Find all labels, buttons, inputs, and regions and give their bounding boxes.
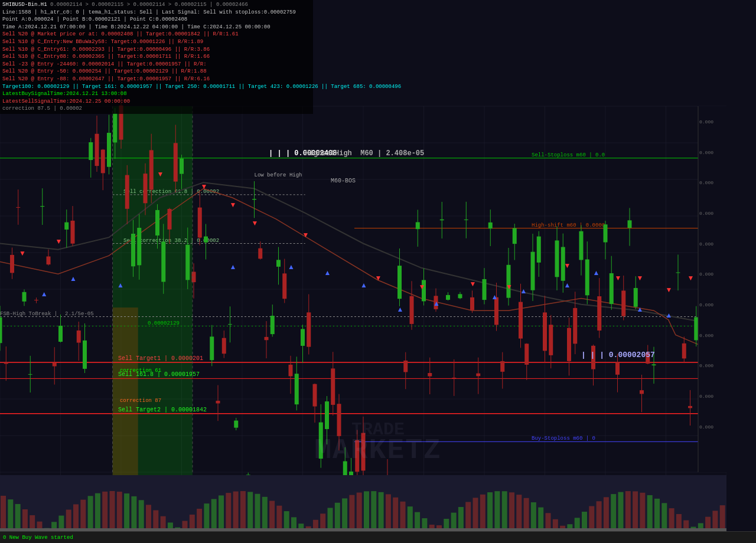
targets: Target100: 0.00002129 || Target 161: 0.0… [2,83,311,91]
header-points: Point A:0.000024 | Point B:0.00002121 | … [2,16,311,24]
chart-container: SHIBUSD-Bin.H1 0.00002114 > 0.00002115 >… [0,0,756,543]
correction-87: correction 87.5 | 0.00002 [2,105,311,113]
buy-signal-time: LatestBuySignalTime:2024.12.21 13:00:08 [2,90,311,98]
status-message: 0 New Buy Wave started [3,535,73,541]
header-line: Line:1588 | h1_atr_c0: 0 | tema_h1_statu… [2,9,311,17]
sell-10-c88: Sell %10 @ C_Entry88: 0.00002365 || Targ… [2,53,311,61]
sell-23: Sell -23 @ Entry -24460: 0.00002014 || T… [2,61,311,68]
sell-20-market: Sell %20 @ Market price or at: 0.0000240… [2,31,311,38]
header-times: Time A:2024.12.21 07:00:00 | Time B:2024… [2,24,311,31]
sell-88: Sell %20 @ Entry -88: 0.00002647 || Targ… [2,76,311,83]
sell-20-50: Sell %20 @ Entry -50: 0.0000254 || Targe… [2,68,311,76]
header-symbol: SHIBUSD-Bin.H1 0.00002114 > 0.00002115 >… [2,1,311,9]
sell-10-entry: Sell %10 @ C_Entry:New BBuWa2y58: Target… [2,38,311,46]
sell-signal-time: LatestSellSignalTime:2024.12.25 00:00:00 [2,98,311,106]
status-bar: 0 New Buy Wave started [0,531,756,543]
sell-10-c61: Sell %10 @ C_Entry61: 0.00002293 || Targ… [2,46,311,54]
info-panel: SHIBUSD-Bin.H1 0.00002114 > 0.00002115 >… [0,0,313,114]
